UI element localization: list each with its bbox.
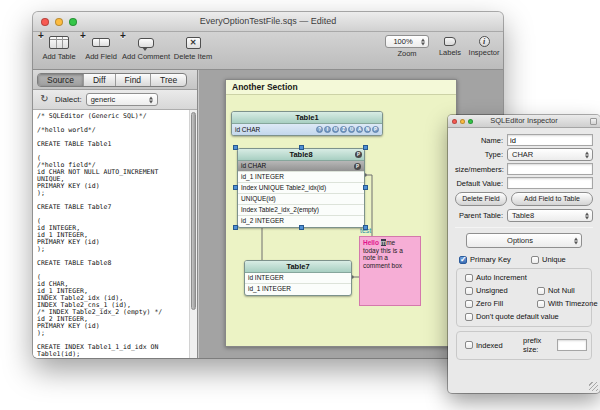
tab-diff[interactable]: Diff (84, 74, 116, 86)
type-select[interactable]: CHAR (507, 148, 593, 161)
parent-table-select[interactable]: Table8 (507, 209, 593, 222)
resize-grip-icon[interactable] (589, 382, 598, 391)
name-field[interactable] (507, 134, 593, 146)
zoom-window-button[interactable] (69, 18, 77, 26)
dialect-select[interactable]: generic (86, 93, 158, 106)
unsigned-checkbox[interactable]: Unsigned (465, 286, 537, 295)
selection-handle[interactable] (299, 145, 304, 150)
table8-row[interactable]: UNIQUE(id) (238, 194, 364, 205)
inspector-minimize-button[interactable] (460, 119, 465, 124)
inspector-close-button[interactable] (452, 119, 457, 124)
labels-button[interactable]: Labels (435, 35, 465, 57)
tab-source[interactable]: Source (38, 74, 84, 86)
table8-row[interactable]: id_1 INTEGER (238, 172, 364, 183)
table-table1[interactable]: Table1 id CHAR ? I U Z U A N P (231, 111, 383, 136)
add-field-button[interactable]: + Add Field (81, 34, 121, 61)
plus-badge-icon: + (120, 30, 126, 41)
sql-source-editor[interactable]: /* SQLEditor (Generic SQL)*/ /*hello wor… (33, 110, 189, 358)
field-text: id CHAR (241, 161, 266, 171)
inspector-titlebar[interactable]: SQLEditor Inspector (448, 115, 600, 128)
popup-arrows-icon (583, 211, 590, 220)
minimize-button[interactable] (55, 18, 63, 26)
table1-field-row[interactable]: id CHAR ? I U Z U A N P (232, 124, 382, 135)
popup-arrows-icon (419, 37, 426, 46)
prefix-size-field[interactable] (557, 339, 587, 351)
indexed-checkbox[interactable]: Indexed (465, 341, 523, 350)
not-null-label: Not Null (548, 286, 575, 295)
default-value-label: Default Value: (455, 179, 507, 188)
table7-row[interactable]: id_1 INTEGER (245, 284, 351, 295)
zero-fill-label: Zero Fill (476, 299, 503, 308)
selection-handle[interactable] (233, 185, 238, 190)
selection-handle[interactable] (299, 225, 304, 230)
field-text: id CHAR (235, 125, 260, 135)
primary-key-badge-icon: P (355, 151, 362, 158)
field-options-group: Auto Increment Unsigned Not Null (456, 268, 592, 327)
zero-fill-checkbox[interactable]: Zero Fill (465, 299, 537, 308)
table8-row-selected[interactable]: id CHAR P (238, 161, 364, 172)
selection-handle[interactable] (363, 145, 368, 150)
primary-key-checkbox[interactable]: ✓ Primary Key (459, 255, 531, 264)
zoom-caption: Zoom (385, 49, 429, 58)
default-value-field[interactable] (507, 177, 593, 189)
source-scrollbar[interactable] (189, 110, 197, 358)
refresh-button[interactable]: ↻ (38, 93, 51, 106)
name-label: Name: (455, 136, 507, 145)
checkbox-icon (465, 274, 473, 282)
dont-quote-default-checkbox[interactable]: Don't quote default value (465, 312, 587, 321)
auto-increment-checkbox[interactable]: Auto Increment (465, 273, 587, 282)
sqleditor-main-window: EveryOptionTestFile.sqs — Edited + Add T… (33, 12, 503, 358)
inspector-collapse-icon[interactable] (590, 118, 597, 125)
table7-row[interactable]: id INTEGER (245, 273, 351, 284)
zoom-select[interactable]: 100% (385, 35, 429, 48)
primary-key-badge-icon: P (354, 163, 361, 170)
popup-arrows-icon (572, 236, 579, 245)
delete-item-button[interactable]: ✕ Delete Item (171, 34, 215, 61)
desktop: EveryOptionTestFile.sqs — Edited + Add T… (0, 0, 600, 410)
dialect-label: Dialect: (55, 95, 82, 104)
unique-checkbox[interactable]: Unique (531, 255, 566, 264)
add-field-to-table-button[interactable]: Add Field to Table (511, 192, 593, 206)
table8-row[interactable]: Index Table2_idx_2(empty) (238, 205, 364, 216)
diagram-canvas[interactable]: Another Section test Table1 id CHAR ? (225, 79, 457, 347)
table-table7[interactable]: Table7 id INTEGER id_1 INTEGER (244, 260, 352, 296)
options-popup[interactable]: Options (466, 233, 582, 248)
selection-handle[interactable] (233, 145, 238, 150)
auto-increment-label: Auto Increment (476, 273, 527, 282)
window-titlebar[interactable]: EveryOptionTestFile.sqs — Edited (33, 12, 503, 32)
table7-header[interactable]: Table7 (245, 261, 351, 273)
type-value: CHAR (508, 149, 592, 161)
with-timezone-checkbox[interactable]: With Timezone (537, 299, 598, 308)
inspector-zoom-button[interactable] (468, 119, 473, 124)
checkbox-icon (537, 300, 545, 308)
add-comment-button[interactable]: + Add Comment (121, 34, 171, 61)
table8-row[interactable]: Index UNIQUE Table2_idx(id) (238, 183, 364, 194)
source-scrollbar-thumb[interactable] (191, 112, 196, 310)
tab-tree[interactable]: Tree (151, 74, 186, 86)
table1-header[interactable]: Table1 (232, 112, 382, 124)
size-members-field[interactable] (507, 163, 593, 175)
unique-label: Unique (542, 255, 566, 264)
close-button[interactable] (41, 18, 49, 26)
selection-handle[interactable] (233, 225, 238, 230)
delete-field-button[interactable]: Delete Field (455, 192, 507, 206)
add-table-button[interactable]: + Add Table (39, 34, 79, 61)
plus-badge-icon: + (80, 30, 86, 41)
table-table8[interactable]: Table8 P id CHAR P id_1 INTEGER Index UN… (237, 148, 365, 228)
checkbox-icon (465, 300, 473, 308)
tab-find[interactable]: Find (116, 74, 152, 86)
dont-quote-default-label: Don't quote default value (476, 312, 559, 321)
with-timezone-label: With Timezone (548, 299, 598, 308)
inspector-toggle-button[interactable]: i Inspector (467, 35, 501, 57)
selection-handle[interactable] (363, 225, 368, 230)
selection-handle[interactable] (363, 185, 368, 190)
attr-badge-icon: A (356, 126, 363, 133)
attr-badge-icon: N (364, 126, 371, 133)
add-table-icon: + (39, 34, 79, 51)
inspector-traffic-lights (452, 119, 473, 124)
popup-arrows-icon (583, 150, 590, 159)
table8-header[interactable]: Table8 P (238, 149, 364, 161)
not-null-checkbox[interactable]: Not Null (537, 286, 575, 295)
prefix-size-label: prefix size: (523, 336, 555, 354)
comment-box[interactable]: Hello mme today this is a note in a comm… (359, 236, 421, 306)
